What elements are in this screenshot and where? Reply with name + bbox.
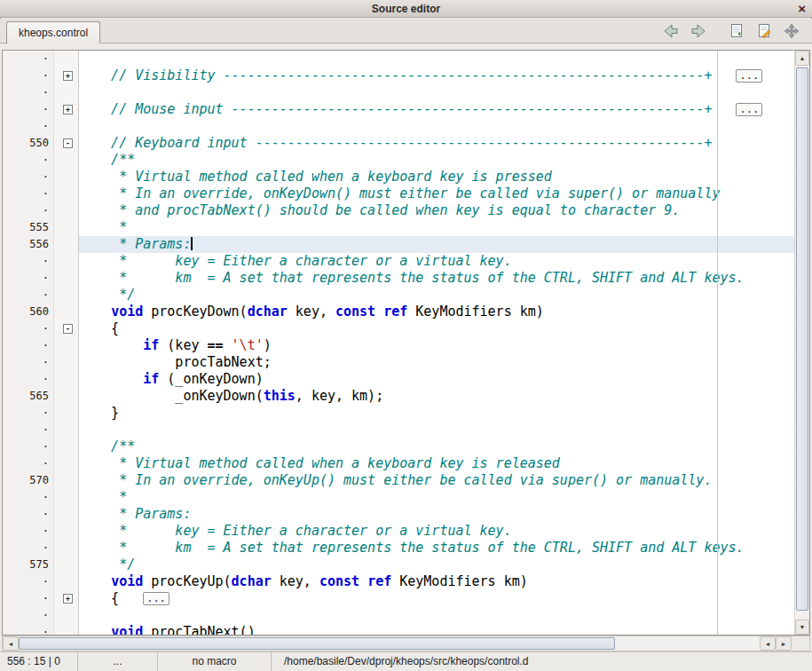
fold-gutter-cell <box>54 438 79 455</box>
code-line[interactable]: ·+ {... <box>3 590 794 607</box>
line-number-cell: 565 <box>3 388 54 405</box>
code-text: void procTabNext() <box>79 624 794 635</box>
horizontal-scroll-track[interactable] <box>19 636 760 651</box>
code-text <box>79 51 794 67</box>
tab-kheops-control[interactable]: kheops.control <box>6 21 100 43</box>
code-line[interactable]: 560 void procKeyDown(dchar key, const re… <box>3 304 794 320</box>
vertical-scrollbar[interactable]: ▲ ▼ <box>794 51 809 635</box>
code-line[interactable]: ·+ // Visibility -----------------------… <box>3 67 794 84</box>
code-line[interactable]: · <box>3 607 794 624</box>
fold-gutter-cell <box>54 186 79 202</box>
fold-marker-icon[interactable]: + <box>63 594 73 604</box>
line-number-cell: · <box>3 253 54 270</box>
code-line[interactable]: · /** <box>3 438 794 455</box>
statusbar: 556 : 15 | 0 ... no macro /home/basile/D… <box>0 651 812 671</box>
code-line[interactable]: · * key = Either a character or a virtua… <box>3 523 794 540</box>
code-line[interactable]: 555 * <box>3 219 794 236</box>
code-text: void procKeyUp(dchar key, const ref KeyM… <box>79 573 794 590</box>
titlebar[interactable]: Source editor × <box>0 0 812 18</box>
code-text: } <box>79 405 794 422</box>
down-arrow-icon: ▼ <box>800 624 806 630</box>
code-line[interactable]: ·+ // Mouse input ----------------------… <box>3 101 794 118</box>
fold-gutter-cell: - <box>54 135 79 152</box>
code-line[interactable]: · procTabNext; <box>3 354 794 371</box>
code-line[interactable]: · * Virtual method called when a keyboar… <box>3 455 794 472</box>
scroll-up-button[interactable]: ▲ <box>795 51 809 66</box>
fold-gutter-cell <box>54 455 79 472</box>
up-arrow-icon: ▲ <box>800 55 806 61</box>
line-number-cell: · <box>3 438 54 455</box>
fold-marker-icon[interactable]: - <box>63 324 73 334</box>
code-line[interactable]: · * In an override, onKeyDown() must eit… <box>3 186 794 202</box>
code-line[interactable]: 550- // Keyboard input -----------------… <box>3 135 794 152</box>
code-line[interactable]: · * km = A set that represents the statu… <box>3 270 794 287</box>
code-editor[interactable]: ··+ // Visibility ----------------------… <box>2 50 810 635</box>
go-back-button[interactable] <box>661 22 681 40</box>
scroll-down-button[interactable]: ▼ <box>795 620 809 635</box>
scroll-left-button[interactable]: ◄ <box>3 636 19 651</box>
fold-gutter-cell <box>54 354 79 371</box>
code-text: * km = A set that represents the status … <box>79 540 794 557</box>
save-document-as-button[interactable] <box>754 22 774 40</box>
detach-editor-button[interactable] <box>782 22 801 40</box>
scroll-left-button-secondary[interactable]: ◄ <box>760 636 776 651</box>
horizontal-scroll-thumb[interactable] <box>19 637 615 650</box>
code-line[interactable]: · <box>3 118 794 135</box>
line-number-cell: 560 <box>3 304 54 320</box>
code-line[interactable]: · * <box>3 489 794 506</box>
code-line[interactable]: · */ <box>3 287 794 304</box>
code-line[interactable]: 575 */ <box>3 557 794 573</box>
fold-ellipsis[interactable]: ... <box>143 592 169 605</box>
fold-gutter-cell <box>54 51 79 67</box>
code-line[interactable]: 565 _onKeyDown(this, key, km); <box>3 388 794 405</box>
code-text: * Virtual method called when a keyboard … <box>79 455 794 472</box>
fold-gutter-cell <box>54 472 79 489</box>
code-text: if (_onKeyDown) <box>79 371 794 388</box>
code-line[interactable]: · /** <box>3 152 794 169</box>
code-line[interactable]: 556 * Params: <box>3 236 794 253</box>
code-line[interactable]: · <box>3 84 794 101</box>
editor-content: ··+ // Visibility ----------------------… <box>0 43 812 671</box>
line-number-cell: · <box>3 186 54 202</box>
code-line[interactable]: · * km = A set that represents the statu… <box>3 540 794 557</box>
code-text: // Keyboard input ----------------------… <box>79 135 794 152</box>
fold-gutter-cell: + <box>54 101 79 118</box>
code-line[interactable]: · if (key == '\t') <box>3 337 794 354</box>
vertical-scroll-thumb[interactable] <box>796 67 808 611</box>
code-line[interactable]: · * and procTabNext() should be called w… <box>3 202 794 219</box>
fold-ellipsis[interactable]: ... <box>736 69 762 83</box>
code-text: */ <box>79 287 794 304</box>
code-text: void procKeyDown(dchar key, const ref Ke… <box>79 304 794 320</box>
fold-marker-icon[interactable]: + <box>63 71 73 81</box>
fold-ellipsis[interactable]: ... <box>736 103 762 116</box>
code-text: /** <box>79 152 794 169</box>
close-icon[interactable]: × <box>798 0 806 17</box>
code-line[interactable]: · <box>3 51 794 67</box>
code-line[interactable]: · void procTabNext() <box>3 624 794 635</box>
code-line[interactable]: · <box>3 422 794 438</box>
code-line[interactable]: · if (_onKeyDown) <box>3 371 794 388</box>
caret-position: 556 : 15 | 0 <box>0 652 78 671</box>
fold-gutter-cell <box>54 169 79 186</box>
code-line[interactable]: · * Params: <box>3 506 794 523</box>
fold-gutter-cell <box>54 607 79 624</box>
fold-gutter-cell <box>54 270 79 287</box>
save-document-button[interactable] <box>727 22 746 40</box>
line-number-cell: · <box>3 540 54 557</box>
go-forward-button[interactable] <box>689 22 708 40</box>
code-text: if (key == '\t') <box>79 337 794 354</box>
code-line[interactable]: 570 * In an override, onKeyUp() must eit… <box>3 472 794 489</box>
code-line[interactable]: · * Virtual method called when a keyboar… <box>3 169 794 186</box>
code-text: // Visibility --------------------------… <box>79 67 794 84</box>
code-line[interactable]: ·- { <box>3 320 794 337</box>
scroll-right-button[interactable]: ► <box>776 636 792 651</box>
code-line[interactable]: · } <box>3 405 794 422</box>
code-line[interactable]: · void procKeyUp(dchar key, const ref Ke… <box>3 573 794 590</box>
status-extra: ... <box>78 652 158 671</box>
line-number-cell: · <box>3 422 54 438</box>
line-number-cell: 570 <box>3 472 54 489</box>
code-line[interactable]: · * key = Either a character or a virtua… <box>3 253 794 270</box>
horizontal-scrollbar[interactable]: ◄ ◄ ► <box>2 635 810 651</box>
fold-marker-icon[interactable]: + <box>63 105 73 114</box>
fold-marker-icon[interactable]: - <box>63 138 73 148</box>
